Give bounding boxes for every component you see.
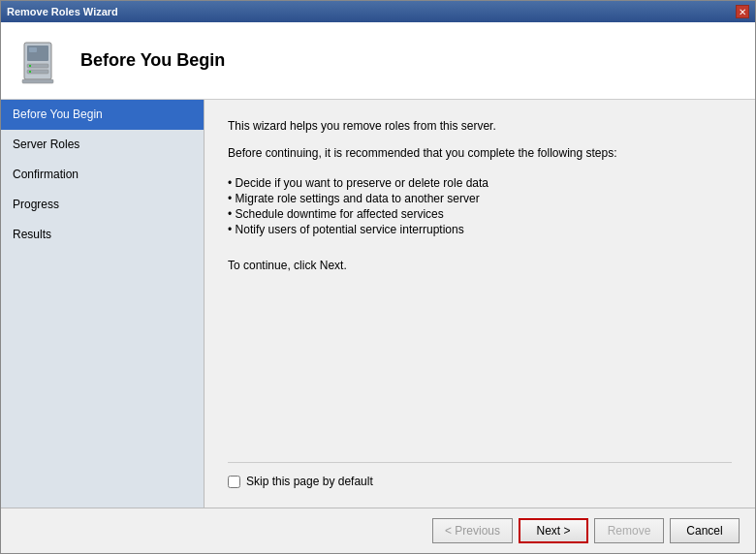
bullet-item: Decide if you want to preserve or delete… [228, 175, 732, 191]
dialog-window: Remove Roles Wizard ✕ Bef [0, 0, 756, 554]
sidebar: Before You BeginServer RolesConfirmation… [1, 100, 205, 508]
previous-button[interactable]: < Previous [432, 518, 513, 543]
title-bar: Remove Roles Wizard ✕ [1, 1, 755, 22]
svg-rect-6 [22, 79, 53, 83]
cancel-button[interactable]: Cancel [670, 518, 740, 543]
svg-point-5 [29, 71, 31, 73]
skip-checkbox[interactable] [228, 476, 240, 488]
footer: < Previous Next > Remove Cancel [1, 508, 755, 553]
intro-text: This wizard helps you remove roles from … [228, 119, 732, 133]
wizard-icon [16, 37, 65, 85]
page-title: Before You Begin [80, 50, 225, 71]
skip-area: Skip this page by default [228, 462, 732, 488]
bullet-list: Decide if you want to preserve or delete… [228, 175, 732, 237]
bullet-item: Notify users of potential service interr… [228, 222, 732, 237]
main-content: This wizard helps you remove roles from … [205, 100, 755, 508]
svg-rect-7 [29, 47, 37, 52]
remove-button[interactable]: Remove [594, 518, 664, 543]
sidebar-item[interactable]: Confirmation [1, 160, 204, 190]
sidebar-item[interactable]: Before You Begin [1, 100, 204, 130]
continue-text: To continue, click Next. [228, 259, 732, 272]
wizard-body: Before You BeginServer RolesConfirmation… [1, 100, 755, 508]
title-bar-text: Remove Roles Wizard [7, 6, 118, 17]
bullet-item: Migrate role settings and data to anothe… [228, 191, 732, 206]
sidebar-item[interactable]: Progress [1, 190, 204, 220]
skip-label[interactable]: Skip this page by default [246, 475, 373, 488]
close-button[interactable]: ✕ [736, 5, 749, 18]
server-icon [16, 37, 65, 85]
wizard-header: Before You Begin [1, 22, 755, 100]
sidebar-item[interactable]: Server Roles [1, 130, 204, 160]
bullet-item: Schedule downtime for affected services [228, 206, 732, 222]
sidebar-item[interactable]: Results [1, 220, 204, 250]
before-text: Before continuing, it is recommended tha… [228, 146, 732, 160]
svg-point-4 [29, 65, 31, 67]
next-button[interactable]: Next > [519, 518, 588, 543]
